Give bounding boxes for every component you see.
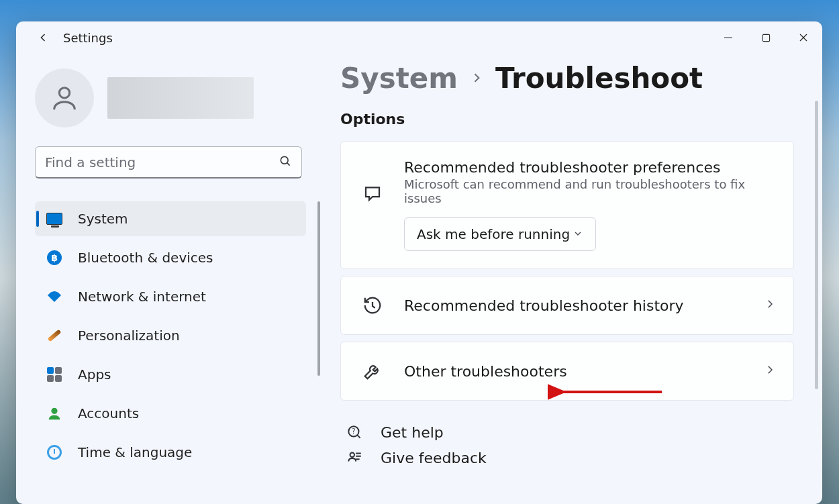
settings-window: Settings [16, 21, 822, 504]
back-button[interactable] [32, 27, 54, 48]
sidebar-item-label: Time & language [78, 444, 192, 460]
bluetooth-icon: ฿ [46, 249, 63, 266]
title-bar: Settings [16, 21, 822, 54]
link-label: Give feedback [381, 450, 487, 466]
sidebar-item-personalization[interactable]: Personalization [35, 318, 306, 353]
svg-rect-1 [762, 34, 769, 41]
minimize-button[interactable] [709, 21, 747, 54]
chevron-right-icon [764, 364, 776, 379]
svg-point-10 [350, 452, 355, 457]
history-icon [358, 291, 387, 319]
sidebar-item-label: Bluetooth & devices [78, 250, 213, 266]
link-label: Get help [381, 424, 444, 441]
breadcrumb: System Troubleshoot [340, 62, 798, 95]
sidebar-item-time-language[interactable]: Time & language [35, 435, 306, 470]
clock-icon [46, 444, 63, 461]
svg-point-7 [51, 408, 57, 414]
main-scrollbar[interactable] [815, 101, 818, 389]
other-troubleshooters-card[interactable]: Other troubleshooters [340, 342, 794, 401]
person-icon [46, 405, 63, 422]
wrench-icon [358, 357, 387, 385]
get-help-link[interactable]: ? Get help [340, 422, 798, 442]
troubleshooter-mode-select[interactable]: Ask me before running [404, 217, 596, 251]
sidebar-item-label: System [78, 211, 128, 227]
card-title: Recommended troubleshooter history [404, 297, 764, 314]
close-button[interactable] [785, 21, 822, 54]
app-title: Settings [63, 31, 113, 45]
monitor-icon [46, 210, 63, 228]
feedback-icon [344, 448, 364, 468]
help-icon: ? [344, 422, 364, 442]
brush-icon [46, 327, 63, 344]
sidebar-item-apps[interactable]: Apps [35, 357, 306, 392]
maximize-button[interactable] [747, 21, 785, 54]
window-controls [709, 21, 822, 54]
chevron-down-icon [573, 226, 583, 242]
chevron-right-icon [470, 67, 483, 89]
profile-section [35, 68, 305, 128]
sidebar-item-label: Personalization [78, 327, 180, 344]
search-icon [279, 154, 292, 170]
sidebar-item-label: Apps [78, 366, 111, 383]
search-box[interactable] [35, 146, 302, 179]
sidebar-item-accounts[interactable]: Accounts [35, 396, 306, 431]
card-title: Other troubleshooters [404, 363, 764, 380]
page-title: Troubleshoot [495, 62, 703, 95]
troubleshooter-preferences-card: Recommended troubleshooter preferences M… [340, 141, 794, 269]
sidebar-item-bluetooth[interactable]: ฿ Bluetooth & devices [35, 240, 306, 275]
avatar[interactable] [35, 68, 94, 128]
main-panel: System Troubleshoot Options Recommended … [322, 54, 822, 504]
card-subtitle: Microsoft can recommend and run troubles… [404, 177, 776, 205]
section-header: Options [340, 111, 798, 128]
svg-line-6 [287, 162, 290, 165]
svg-point-5 [281, 156, 288, 164]
sidebar-item-network[interactable]: Network & internet [35, 279, 306, 314]
svg-point-4 [59, 88, 69, 98]
chat-icon [358, 179, 387, 207]
breadcrumb-parent[interactable]: System [340, 62, 458, 95]
card-title: Recommended troubleshooter preferences [404, 159, 776, 176]
apps-icon [46, 366, 63, 383]
nav-list: System ฿ Bluetooth & devices Network & i… [35, 201, 305, 470]
sidebar-item-label: Accounts [78, 405, 139, 421]
sidebar-item-system[interactable]: System [35, 201, 306, 236]
sidebar: System ฿ Bluetooth & devices Network & i… [16, 54, 322, 504]
give-feedback-link[interactable]: Give feedback [340, 448, 798, 468]
select-value: Ask me before running [417, 226, 570, 242]
profile-name-redacted [107, 77, 254, 119]
wifi-icon [46, 288, 63, 305]
sidebar-scrollbar[interactable] [317, 201, 320, 376]
chevron-right-icon [764, 298, 776, 313]
svg-text:?: ? [352, 427, 355, 435]
sidebar-item-label: Network & internet [78, 289, 206, 305]
troubleshooter-history-card[interactable]: Recommended troubleshooter history [340, 276, 794, 335]
search-input[interactable] [45, 154, 279, 170]
